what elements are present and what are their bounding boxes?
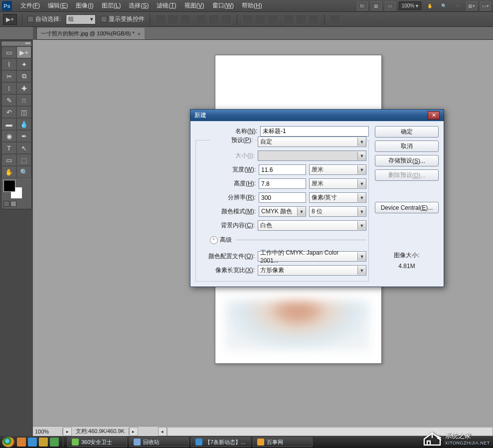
type-tool[interactable]: T bbox=[1, 142, 16, 154]
task-item[interactable]: 360安全卫士 bbox=[67, 437, 127, 447]
size-label: 大小(I): bbox=[210, 151, 255, 160]
quick-mask-icon[interactable] bbox=[3, 201, 9, 207]
auto-select-target[interactable]: 组▾ bbox=[66, 14, 96, 24]
foreground-color[interactable] bbox=[3, 180, 15, 192]
eyedropper-tool[interactable]: ⁞ bbox=[1, 82, 16, 94]
task-item[interactable]: 百事网 bbox=[253, 437, 313, 447]
ql-ie-icon[interactable] bbox=[28, 438, 37, 447]
move-tool[interactable]: ▶+ bbox=[16, 46, 31, 58]
hand-icon[interactable]: ✋ bbox=[424, 1, 435, 10]
resolution-unit-select[interactable]: 像素/英寸▼ bbox=[309, 192, 366, 203]
aspect-select[interactable]: 方形像素▼ bbox=[258, 265, 366, 276]
eraser-tool[interactable]: ◫ bbox=[16, 106, 31, 118]
tools-collapse-handle[interactable] bbox=[1, 41, 31, 46]
dist-5-icon[interactable] bbox=[296, 14, 307, 24]
close-tab-icon[interactable]: × bbox=[138, 31, 141, 37]
dialog-close-button[interactable]: ✕ bbox=[428, 111, 440, 120]
height-unit-select[interactable]: 厘米▼ bbox=[309, 178, 366, 189]
ok-button[interactable]: 确定 bbox=[375, 126, 439, 138]
wand-tool[interactable]: ✦ bbox=[16, 58, 31, 70]
zoom-input[interactable]: 100% bbox=[33, 429, 63, 435]
screen-icon[interactable]: ▭▾ bbox=[480, 1, 491, 10]
auto-select-checkbox[interactable]: 自动选择: bbox=[27, 15, 61, 23]
menu-window[interactable]: 窗口(W) bbox=[209, 0, 237, 11]
align-left-icon[interactable] bbox=[196, 14, 207, 24]
color-swatches[interactable] bbox=[1, 178, 31, 209]
zoom-level[interactable]: 100% ▾ bbox=[399, 1, 421, 10]
rotate-icon[interactable]: ⟲ bbox=[452, 1, 463, 10]
menu-layer[interactable]: 图层(L) bbox=[98, 0, 125, 11]
heal-tool[interactable]: ✚ bbox=[16, 82, 31, 94]
view-extras-icon[interactable]: ▦ bbox=[371, 1, 382, 10]
screen-mode-icon[interactable]: ▭ bbox=[385, 1, 396, 10]
dist-2-icon[interactable] bbox=[255, 14, 266, 24]
align-hcenter-icon[interactable] bbox=[208, 14, 219, 24]
dodge-tool[interactable]: ◉ bbox=[1, 130, 16, 142]
preset-select[interactable]: 自定▼ bbox=[258, 137, 366, 147]
dist-3-icon[interactable] bbox=[267, 14, 278, 24]
status-flyout-icon[interactable]: ▸ bbox=[129, 427, 138, 436]
align-bottom-icon[interactable] bbox=[180, 14, 191, 24]
zoom-tool[interactable]: 🔍 bbox=[16, 166, 31, 178]
save-preset-button[interactable]: 存储预设(S)... bbox=[375, 155, 439, 166]
ql-folder-icon[interactable] bbox=[39, 438, 48, 447]
tab-dock-handle[interactable] bbox=[33, 27, 37, 40]
arrange-docs-icon[interactable]: ▦▾ bbox=[466, 1, 477, 10]
height-input[interactable] bbox=[259, 178, 306, 189]
bit-depth-select[interactable]: 8 位▼ bbox=[309, 206, 366, 217]
status-menu-icon[interactable]: ▸ bbox=[63, 427, 72, 436]
background-select[interactable]: 白色▼ bbox=[258, 220, 366, 231]
width-unit-select[interactable]: 厘米▼ bbox=[309, 164, 366, 175]
dialog-titlebar[interactable]: 新建 ✕ bbox=[190, 110, 444, 121]
brush-tool[interactable]: ✎ bbox=[1, 94, 16, 106]
auto-align-icon[interactable] bbox=[329, 14, 340, 24]
slice-tool[interactable]: ⧉ bbox=[16, 70, 31, 82]
task-item[interactable]: 【7条新动态】... bbox=[191, 437, 251, 447]
stamp-tool[interactable]: ⎍ bbox=[16, 94, 31, 106]
profile-select[interactable]: 工作中的 CMYK: Japan Color 2001...▼ bbox=[258, 251, 366, 262]
color-mode-select[interactable]: CMYK 颜色▼ bbox=[259, 206, 306, 217]
resolution-input[interactable] bbox=[259, 192, 306, 203]
align-top-icon[interactable] bbox=[155, 14, 166, 24]
menu-view[interactable]: 视图(V) bbox=[181, 0, 208, 11]
device-central-button[interactable]: Device Central(E)... bbox=[375, 202, 439, 213]
3d-tool[interactable]: ⬚ bbox=[16, 154, 31, 166]
screen-mode-toggle-icon[interactable] bbox=[10, 201, 16, 207]
dist-6-icon[interactable] bbox=[308, 14, 319, 24]
bridge-icon[interactable]: Br bbox=[357, 1, 368, 10]
shape-tool[interactable]: ▭ bbox=[1, 154, 16, 166]
align-right-icon[interactable] bbox=[221, 14, 232, 24]
horizontal-scrollbar[interactable] bbox=[167, 427, 493, 436]
pen-tool[interactable]: ✒ bbox=[16, 130, 31, 142]
width-input[interactable] bbox=[259, 164, 306, 175]
menu-filter[interactable]: 滤镜(T) bbox=[153, 0, 179, 11]
path-tool[interactable]: ↖ bbox=[16, 142, 31, 154]
history-brush-tool[interactable]: ↶ bbox=[1, 106, 16, 118]
lasso-tool[interactable]: ⌇ bbox=[1, 58, 16, 70]
dist-1-icon[interactable] bbox=[242, 14, 253, 24]
ql-icon-4[interactable] bbox=[50, 438, 59, 447]
ql-icon-1[interactable] bbox=[17, 438, 26, 447]
name-input[interactable] bbox=[260, 126, 369, 137]
zoom-icon[interactable]: 🔍 bbox=[438, 1, 449, 10]
menu-file[interactable]: 文件(F) bbox=[17, 0, 43, 11]
menu-help[interactable]: 帮助(H) bbox=[238, 0, 266, 11]
menu-edit[interactable]: 编辑(E) bbox=[44, 0, 71, 11]
task-item[interactable]: 回收站 bbox=[129, 437, 189, 447]
menu-image[interactable]: 图像(I) bbox=[72, 0, 97, 11]
menu-select[interactable]: 选择(S) bbox=[125, 0, 152, 11]
scroll-left-icon[interactable]: ◂ bbox=[158, 427, 167, 436]
transform-controls-checkbox[interactable]: 显示变换控件 bbox=[101, 15, 145, 23]
crop-tool[interactable]: ✂ bbox=[1, 70, 16, 82]
advanced-toggle[interactable]: ⌃ 高级 bbox=[210, 236, 366, 244]
gradient-tool[interactable]: ▬ bbox=[1, 118, 16, 130]
document-tab[interactable]: 一寸照片的制作.jpg @ 100%(RGB/8) * × bbox=[37, 28, 145, 39]
active-tool-icon[interactable]: ▶+ bbox=[3, 14, 17, 25]
marquee-tool[interactable]: ▭ bbox=[1, 46, 16, 58]
start-button[interactable] bbox=[2, 437, 15, 448]
dist-4-icon[interactable] bbox=[283, 14, 294, 24]
cancel-button[interactable]: 取消 bbox=[375, 141, 439, 152]
align-vcenter-icon[interactable] bbox=[167, 14, 178, 24]
hand-tool[interactable]: ✋ bbox=[1, 166, 16, 178]
blur-tool[interactable]: 💧 bbox=[16, 118, 31, 130]
